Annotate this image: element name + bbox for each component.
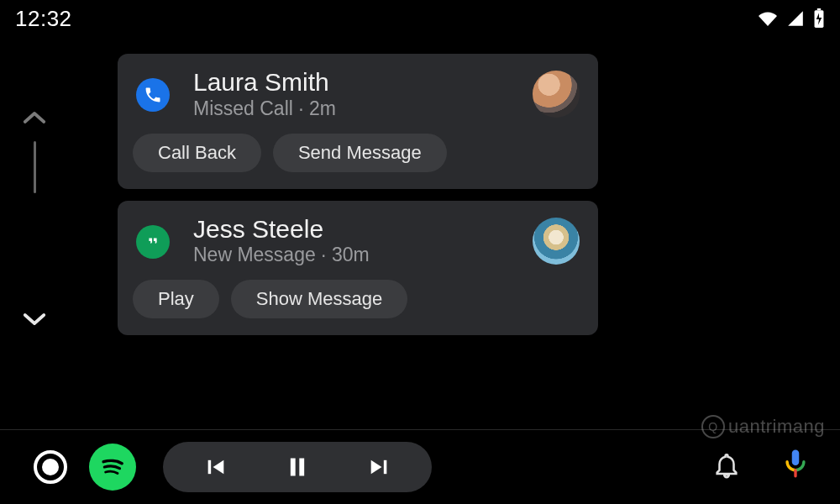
next-track-button[interactable] <box>366 455 391 479</box>
wifi-icon <box>758 9 778 28</box>
call-back-button[interactable]: Call Back <box>133 134 261 172</box>
notification-list: Laura Smith Missed Call · 2m Call Back S… <box>118 54 598 335</box>
scroll-track <box>34 141 36 193</box>
svg-rect-0 <box>817 8 821 10</box>
hangouts-icon <box>136 225 170 259</box>
phone-icon <box>136 78 170 112</box>
notifications-button[interactable] <box>712 451 741 483</box>
battery-icon <box>813 8 825 29</box>
svg-rect-4 <box>299 459 304 476</box>
pause-button[interactable] <box>286 454 309 480</box>
scroll-indicator <box>22 109 47 331</box>
notification-title: Jess Steele <box>193 216 533 243</box>
notification-title: Laura Smith <box>193 69 533 96</box>
notification-subtitle: Missed Call · 2m <box>193 97 533 120</box>
avatar <box>533 218 580 265</box>
status-time: 12:32 <box>15 6 72 32</box>
launcher-button[interactable] <box>34 450 67 484</box>
media-controls <box>163 442 432 492</box>
notification-card[interactable]: Jess Steele New Message · 30m Play Show … <box>118 201 598 336</box>
voice-assistant-button[interactable] <box>781 449 810 486</box>
svg-rect-2 <box>208 460 212 474</box>
play-button[interactable]: Play <box>133 280 219 318</box>
notification-subtitle: New Message · 30m <box>193 244 533 266</box>
status-icons <box>758 8 825 29</box>
chevron-down-icon[interactable] <box>22 311 47 331</box>
previous-track-button[interactable] <box>203 455 228 479</box>
svg-rect-6 <box>792 450 800 465</box>
spotify-icon[interactable] <box>89 444 136 491</box>
send-message-button[interactable]: Send Message <box>273 134 447 172</box>
show-message-button[interactable]: Show Message <box>231 280 407 318</box>
svg-rect-3 <box>291 459 296 476</box>
status-bar: 12:32 <box>0 0 840 37</box>
svg-rect-5 <box>384 460 387 474</box>
bottom-bar <box>0 430 840 504</box>
cellular-icon <box>786 9 805 28</box>
chevron-up-icon[interactable] <box>22 109 47 129</box>
notification-card[interactable]: Laura Smith Missed Call · 2m Call Back S… <box>118 54 598 189</box>
avatar <box>533 71 580 118</box>
